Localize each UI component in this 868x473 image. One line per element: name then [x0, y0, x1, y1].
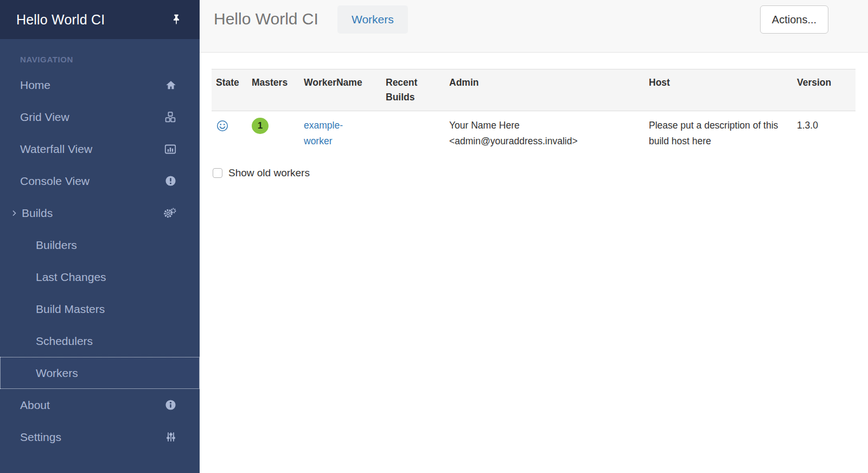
sidebar-item-builds[interactable]: Builds — [0, 197, 200, 229]
sidebar-item-workers[interactable]: Workers — [0, 357, 200, 389]
app-window: Hello World CI NAVIGATION Home — [0, 0, 868, 473]
table-header-row: State Masters WorkerName Recent Builds A… — [212, 69, 856, 111]
page-title: Hello World CI — [214, 10, 318, 28]
column-header-version: Version — [793, 69, 856, 111]
nav-label: Console View — [20, 175, 90, 188]
nav-label: Home — [20, 79, 50, 92]
nav-label: Build Masters — [36, 303, 105, 316]
sidebar-item-schedulers[interactable]: Schedulers — [0, 325, 200, 357]
show-old-workers-row: Show old workers — [213, 167, 856, 179]
cubes-icon — [164, 111, 177, 124]
thumbtack-icon — [170, 14, 182, 25]
exclamation-circle-icon — [164, 175, 177, 187]
bar-chart-icon — [164, 143, 177, 156]
nav-label: Last Changes — [36, 271, 106, 284]
sidebar-header: Hello World CI — [0, 0, 200, 39]
worker-masters-cell: 1 — [247, 111, 299, 156]
page-header: Hello World CI Workers Actions... — [200, 0, 868, 53]
nav-label: Grid View — [20, 111, 69, 124]
sidebar-item-builders[interactable]: Builders — [0, 229, 200, 261]
cogs-icon — [163, 207, 177, 220]
worker-host-cell: Please put a description of this build h… — [644, 111, 793, 156]
sidebar-item-settings[interactable]: Settings — [0, 421, 200, 453]
worker-name-link[interactable]: example-worker — [304, 118, 356, 149]
sidebar-nav: Home Grid View Waterfa — [0, 69, 200, 453]
worker-state-cell — [212, 111, 247, 156]
masters-count-badge[interactable]: 1 — [252, 118, 269, 134]
nav-label: Workers — [36, 367, 78, 380]
pin-sidebar-button[interactable] — [170, 14, 182, 25]
breadcrumb-workers[interactable]: Workers — [337, 5, 408, 34]
sidebar-item-waterfall-view[interactable]: Waterfall View — [0, 133, 200, 165]
show-old-workers-checkbox[interactable] — [213, 168, 222, 178]
main-area: Hello World CI Workers Actions... State … — [200, 0, 868, 473]
smile-icon — [216, 119, 229, 132]
nav-label: Settings — [20, 431, 61, 444]
show-old-workers-label: Show old workers — [228, 167, 310, 179]
column-header-state: State — [212, 69, 247, 111]
sidebar-item-about[interactable]: About — [0, 389, 200, 421]
info-circle-icon — [164, 399, 177, 411]
sidebar-item-console-view[interactable]: Console View — [0, 165, 200, 197]
sidebar-item-home[interactable]: Home — [0, 69, 200, 101]
workers-content: State Masters WorkerName Recent Builds A… — [200, 53, 868, 179]
chevron-right-icon — [11, 209, 17, 217]
column-header-recent-builds: Recent Builds — [381, 69, 445, 111]
sliders-icon — [165, 431, 177, 443]
home-icon — [165, 79, 177, 91]
sidebar-item-grid-view[interactable]: Grid View — [0, 101, 200, 133]
sidebar-item-last-changes[interactable]: Last Changes — [0, 261, 200, 293]
column-header-host: Host — [644, 69, 793, 111]
nav-label: Waterfall View — [20, 143, 92, 156]
worker-recent-builds-cell — [381, 111, 445, 156]
column-header-masters: Masters — [247, 69, 299, 111]
nav-label: Builders — [36, 239, 77, 252]
actions-button[interactable]: Actions... — [760, 5, 828, 34]
worker-name-cell: example-worker — [299, 111, 381, 156]
worker-version-cell: 1.3.0 — [793, 111, 856, 156]
workers-table: State Masters WorkerName Recent Builds A… — [212, 69, 856, 156]
nav-label: Schedulers — [36, 335, 93, 348]
table-row: 1 example-worker Your Name Here <admin@y… — [212, 111, 856, 156]
worker-admin-cell: Your Name Here <admin@youraddress.invali… — [445, 111, 644, 156]
sidebar-item-build-masters[interactable]: Build Masters — [0, 293, 200, 325]
sidebar: Hello World CI NAVIGATION Home — [0, 0, 200, 473]
column-header-admin: Admin — [445, 69, 644, 111]
sidebar-app-title: Hello World CI — [16, 12, 105, 28]
nav-label: About — [20, 399, 50, 412]
column-header-workername: WorkerName — [299, 69, 381, 111]
nav-section-label: NAVIGATION — [0, 39, 200, 69]
sidebar-builds-submenu: Builders Last Changes Build Masters Sche… — [0, 229, 200, 389]
nav-label: Builds — [22, 207, 53, 220]
